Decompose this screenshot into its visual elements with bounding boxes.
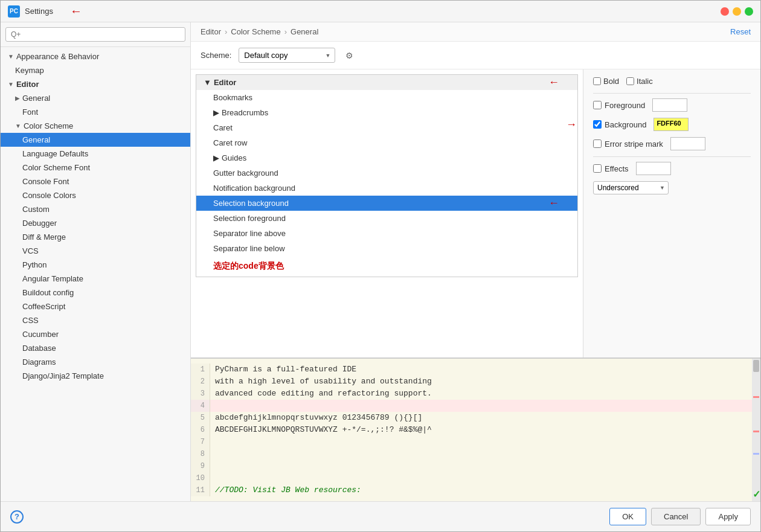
breadcrumb: Editor › Color Scheme › General Reset	[191, 22, 760, 42]
tree-item-separator-line-above[interactable]: Separator line above	[196, 226, 577, 241]
preview-container: 1 PyCharm is a full-featured IDE 2 with …	[191, 357, 760, 501]
search-input[interactable]	[5, 27, 185, 42]
tree-item-bookmarks[interactable]: Bookmarks	[196, 90, 577, 105]
effects-type-row: Underscored Underwave Bordered Bold Unde…	[593, 181, 751, 194]
reset-link[interactable]: Reset	[730, 27, 751, 36]
maximize-button[interactable]	[745, 7, 753, 16]
effects-label: Effects	[605, 164, 629, 173]
scroll-thumb[interactable]	[753, 360, 759, 372]
sidebar-item-cucumber[interactable]: Cucumber	[1, 327, 190, 341]
sidebar-item-diff-merge[interactable]: Diff & Merge	[1, 230, 190, 244]
italic-checkbox[interactable]	[626, 77, 634, 85]
foreground-checkbox[interactable]	[593, 101, 602, 109]
sidebar-item-diagrams[interactable]: Diagrams	[1, 355, 190, 369]
line-content-5: abcdefghijklmnopqrstuvwxyz 0123456789 ()…	[210, 412, 752, 424]
error-stripe-checkbox[interactable]	[593, 139, 602, 148]
sidebar-item-general-selected[interactable]: General ←	[1, 133, 190, 147]
effects-checkbox-label[interactable]: Effects	[593, 164, 629, 173]
error-stripe-color-swatch[interactable]	[670, 137, 705, 150]
background-checkbox-label[interactable]: Background	[593, 120, 646, 129]
effects-type-select[interactable]: Underscored Underwave Bordered Bold Unde…	[593, 181, 669, 194]
line-num-6: 6	[191, 424, 210, 436]
sidebar-item-font[interactable]: Font	[1, 105, 190, 119]
tree-item-gutter-background[interactable]: Gutter background	[196, 165, 577, 181]
line-content-7	[210, 436, 752, 448]
tree-item-guides[interactable]: ▶ Guides	[196, 150, 577, 165]
effects-checkbox[interactable]	[593, 164, 602, 173]
tree-item-separator-line-below[interactable]: Separator line below	[196, 241, 577, 256]
sidebar-item-console-colors[interactable]: Console Colors	[1, 188, 190, 202]
sidebar-item-buildout-config[interactable]: Buildout config	[1, 286, 190, 300]
sidebar-item-django-jinja2[interactable]: Django/Jinja2 Template	[1, 369, 190, 383]
line-content-6: ABCDEFGHIJKLMNOPQRSTUVWXYZ +-*/=.,;:!? #…	[210, 424, 752, 436]
sidebar-item-color-scheme[interactable]: ▼ Color Scheme	[1, 119, 190, 133]
tree-item-label: Guides	[222, 153, 246, 162]
error-stripe-checkbox-label[interactable]: Error stripe mark	[593, 139, 663, 149]
tree-item-breadcrumbs[interactable]: ▶ Breadcrumbs	[196, 105, 577, 120]
tree-item-notification-background[interactable]: Notification background	[196, 181, 577, 196]
sidebar-item-label: Custom	[22, 205, 50, 214]
apply-button[interactable]: Apply	[705, 508, 751, 525]
tree-item-caret-row[interactable]: Caret row	[196, 135, 577, 150]
italic-checkbox-label[interactable]: Italic	[626, 77, 653, 86]
background-checkbox[interactable]	[593, 120, 602, 129]
sidebar-item-editor[interactable]: ▼ Editor	[1, 77, 190, 91]
sidebar-item-label: Cucumber	[22, 330, 59, 339]
foreground-label: Foreground	[605, 101, 645, 110]
sidebar-item-color-scheme-font[interactable]: Color Scheme Font	[1, 161, 190, 175]
sidebar-item-database[interactable]: Database	[1, 341, 190, 355]
ok-button[interactable]: OK	[609, 508, 646, 525]
line-num-7: 7	[191, 436, 210, 448]
bold-checkbox[interactable]	[593, 77, 601, 85]
sidebar-item-custom[interactable]: Custom	[1, 202, 190, 216]
sidebar-item-language-defaults[interactable]: Language Defaults	[1, 147, 190, 161]
tree-item-selection-foreground[interactable]: Selection foreground	[196, 211, 577, 226]
tree-item-selection-background[interactable]: Selection background ←	[196, 196, 577, 211]
main-panel: Editor › Color Scheme › General Reset Sc…	[191, 22, 760, 501]
scheme-select[interactable]: Default copy Default Darcula High contra…	[239, 48, 335, 63]
line-num-9: 9	[191, 460, 210, 472]
sidebar-item-console-font[interactable]: Console Font	[1, 175, 190, 188]
sidebar-item-label: Diff & Merge	[22, 232, 66, 242]
bold-italic-row: Bold Italic	[593, 77, 751, 86]
code-line-11: 11 //TODO: Visit JB Web resources:	[191, 484, 752, 496]
sidebar-item-debugger[interactable]: Debugger	[1, 216, 190, 230]
tree-item-label: Separator line above	[213, 229, 286, 238]
code-line-8: 8	[191, 448, 752, 460]
sidebar-item-python[interactable]: Python	[1, 258, 190, 272]
window-controls[interactable]	[721, 7, 753, 16]
tree-item-caret[interactable]: Caret	[196, 120, 577, 135]
sidebar-item-label: Buildout config	[22, 288, 74, 297]
tree-item-label: Selection foreground	[213, 214, 286, 223]
code-line-6: 6 ABCDEFGHIJKLMNOPQRSTUVWXYZ +-*/=.,;:!?…	[191, 424, 752, 436]
help-icon[interactable]: ?	[10, 510, 24, 524]
chevron-icon: ▼	[8, 81, 14, 88]
minimize-button[interactable]	[733, 7, 741, 16]
sidebar-item-label: Font	[22, 107, 38, 117]
sidebar-item-general[interactable]: ▶ General	[1, 91, 190, 105]
effects-color-swatch[interactable]	[636, 162, 671, 175]
tree-item-editor[interactable]: ▼ Editor ←	[196, 75, 577, 90]
arrow-annotation-editor: ←	[548, 76, 559, 89]
bold-checkbox-label[interactable]: Bold	[593, 77, 619, 86]
foreground-checkbox-label[interactable]: Foreground	[593, 101, 645, 110]
background-color-swatch[interactable]: FDFF60	[653, 118, 689, 131]
preview-scrollbar[interactable]: ✓	[752, 359, 760, 501]
sidebar-item-coffeescript[interactable]: CoffeeScript	[1, 300, 190, 313]
scroll-mark-3	[753, 453, 759, 455]
sidebar-item-css[interactable]: CSS	[1, 313, 190, 327]
close-button[interactable]	[721, 7, 729, 16]
scroll-marks-area	[752, 373, 760, 487]
sidebar-item-appearance[interactable]: ▼ Appearance & Behavior	[1, 50, 190, 63]
sidebar: ▼ Appearance & Behavior Keymap ▼ Editor …	[1, 22, 191, 501]
tree-item-label: Selection background	[213, 199, 289, 208]
foreground-color-swatch[interactable]	[652, 98, 687, 112]
tree-item-label: Bookmarks	[213, 93, 252, 102]
error-stripe-label: Error stripe mark	[605, 139, 663, 149]
app-icon: PC	[8, 5, 20, 18]
sidebar-item-vcs[interactable]: VCS	[1, 244, 190, 258]
cancel-button[interactable]: Cancel	[651, 508, 701, 525]
sidebar-item-keymap[interactable]: Keymap	[1, 63, 190, 77]
sidebar-item-angular-template[interactable]: Angular Template	[1, 272, 190, 286]
gear-icon[interactable]: ⚙	[342, 49, 356, 62]
